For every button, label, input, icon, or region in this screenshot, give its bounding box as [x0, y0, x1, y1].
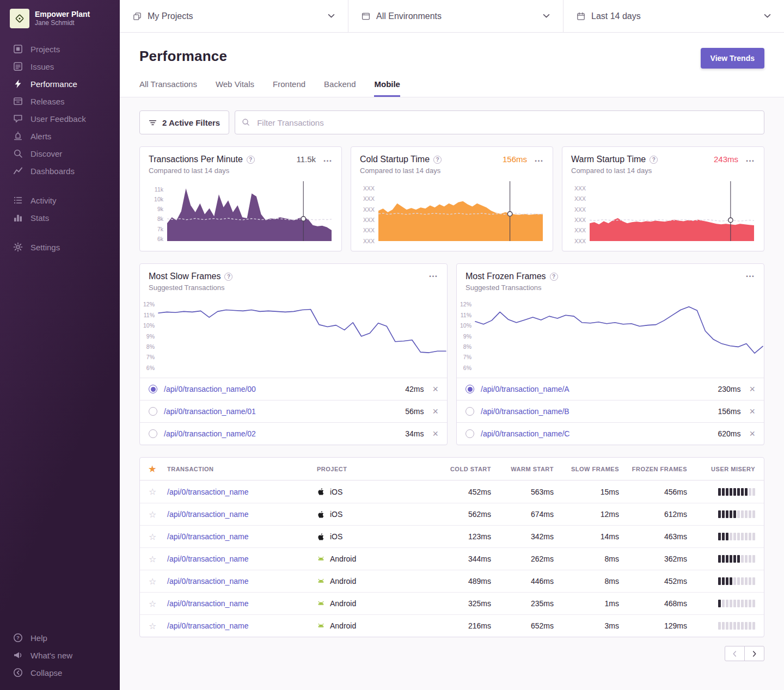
tab-all-transactions[interactable]: All Transactions	[139, 79, 197, 97]
sidebar-item-label: Alerts	[30, 132, 51, 141]
chart-title: Cold Startup Time	[360, 155, 430, 164]
slow-frames-value: 8ms	[554, 555, 619, 563]
view-trends-button[interactable]: View Trends	[701, 48, 764, 69]
svg-text:XXX: XXX	[574, 227, 586, 233]
close-icon[interactable]: ×	[749, 429, 755, 439]
transaction-link[interactable]: /api/0/transaction_name	[167, 621, 248, 630]
cold-start-value: 325ms	[434, 599, 491, 608]
close-icon[interactable]: ×	[749, 384, 755, 394]
transaction-link[interactable]: /api/0/transaction_name/01	[164, 407, 399, 416]
sidebar-item-stats[interactable]: Stats	[0, 209, 120, 226]
transaction-link[interactable]: /api/0/transaction_name/02	[164, 429, 399, 438]
star-icon[interactable]: ☆	[149, 599, 167, 609]
transaction-link[interactable]: /api/0/transaction_name/00	[164, 385, 399, 393]
active-filters-button[interactable]: 2 Active Filters	[139, 110, 229, 134]
transaction-link[interactable]: /api/0/transaction_name/C	[481, 429, 711, 438]
sidebar-item-label: Releases	[30, 97, 65, 106]
sidebar-item-discover[interactable]: Discover	[0, 145, 120, 162]
sidebar-item-activity[interactable]: Activity	[0, 192, 120, 209]
slow-frames-value: 14ms	[554, 532, 619, 541]
chart-card-warm-startup-time: Warm Startup Time ? 243ms … Compared to …	[562, 146, 764, 251]
chart-title: Transactions Per Minute	[149, 155, 243, 164]
more-options-icon[interactable]: …	[745, 272, 755, 277]
android-icon	[317, 555, 325, 563]
discover-icon	[13, 149, 23, 158]
active-filters-label: 2 Active Filters	[162, 118, 220, 127]
previous-page-button[interactable]	[725, 646, 745, 661]
radio-button[interactable]	[465, 429, 474, 438]
sidebar-item-label: Activity	[30, 196, 57, 205]
cold-start-value: 123ms	[434, 532, 491, 541]
tab-web-vitals[interactable]: Web Vitals	[216, 79, 254, 97]
star-icon[interactable]: ☆	[149, 621, 167, 631]
star-icon[interactable]: ☆	[149, 509, 167, 520]
org-switcher[interactable]: Empower Plant Jane Schmidt	[0, 0, 120, 35]
chevron-down-icon	[328, 14, 335, 19]
sidebar-item-user-feedback[interactable]: User Feedback	[0, 110, 120, 127]
chevron-down-icon	[543, 14, 550, 19]
more-options-icon[interactable]: …	[428, 272, 438, 277]
next-page-button[interactable]	[744, 646, 764, 661]
date-range-dropdown[interactable]: Last 14 days	[564, 0, 784, 32]
star-icon[interactable]: ☆	[149, 554, 167, 564]
transaction-link[interactable]: /api/0/transaction_name	[167, 577, 248, 586]
radio-button[interactable]	[149, 429, 157, 438]
help-circle-icon[interactable]: ?	[550, 273, 558, 281]
sidebar-nav-settings: Settings	[0, 238, 120, 256]
help-circle-icon[interactable]: ?	[247, 156, 255, 164]
close-icon[interactable]: ×	[432, 429, 438, 439]
environment-filter-dropdown[interactable]: All Environments	[348, 0, 564, 32]
sidebar-item-collapse[interactable]: Collapse	[0, 664, 120, 681]
radio-button-selected[interactable]	[149, 385, 157, 393]
help-circle-icon[interactable]: ?	[650, 156, 658, 164]
table-row: ☆ /api/0/transaction_name iOS 123ms 342m…	[140, 525, 764, 547]
project-filter-dropdown[interactable]: My Projects	[120, 0, 348, 32]
sidebar-item-performance[interactable]: Performance	[0, 75, 120, 93]
help-circle-icon[interactable]: ?	[224, 273, 232, 281]
org-logo-icon	[10, 9, 29, 28]
apple-icon	[317, 488, 325, 496]
sidebar-item-issues[interactable]: Issues	[0, 58, 120, 75]
tab-mobile[interactable]: Mobile	[374, 79, 400, 97]
more-options-icon[interactable]: …	[745, 156, 755, 162]
sidebar-item-help[interactable]: ? Help	[0, 629, 120, 646]
tab-backend[interactable]: Backend	[324, 79, 356, 97]
star-icon[interactable]: ☆	[149, 532, 167, 542]
sidebar-item-settings[interactable]: Settings	[0, 238, 120, 256]
transaction-link[interactable]: /api/0/transaction_name/A	[481, 385, 711, 393]
help-circle-icon[interactable]: ?	[433, 156, 442, 164]
transaction-link[interactable]: /api/0/transaction_name	[167, 532, 248, 541]
star-icon[interactable]: ☆	[149, 576, 167, 587]
slow-frames-value: 12ms	[554, 510, 619, 519]
sidebar-item-dashboards[interactable]: Dashboards	[0, 162, 120, 180]
search-input[interactable]	[235, 110, 764, 134]
date-range-label: Last 14 days	[591, 11, 758, 21]
app-root: Empower Plant Jane Schmidt Projects Issu…	[0, 0, 784, 690]
more-options-icon[interactable]: …	[534, 156, 544, 162]
column-header-cold-start: Cold Start	[434, 466, 491, 472]
sidebar-item-label: Collapse	[30, 668, 62, 677]
star-icon[interactable]: ★	[149, 464, 167, 474]
table-header-row: ★ Transaction Project Cold Start Warm St…	[140, 458, 764, 480]
sidebar-item-releases[interactable]: Releases	[0, 93, 120, 110]
close-icon[interactable]: ×	[749, 406, 755, 416]
transaction-link[interactable]: /api/0/transaction_name	[167, 599, 248, 608]
tab-frontend[interactable]: Frontend	[273, 79, 305, 97]
close-icon[interactable]: ×	[432, 384, 438, 394]
transaction-link[interactable]: /api/0/transaction_name	[167, 488, 248, 496]
topbar: My Projects All Environments Last 14 day	[120, 0, 784, 33]
radio-button[interactable]	[465, 407, 474, 416]
radio-button-selected[interactable]	[465, 385, 474, 393]
transaction-link[interactable]: /api/0/transaction_name/B	[481, 407, 711, 416]
sidebar-item-alerts[interactable]: Alerts	[0, 127, 120, 145]
close-icon[interactable]: ×	[432, 406, 438, 416]
sidebar-item-projects[interactable]: Projects	[0, 40, 120, 58]
radio-button[interactable]	[149, 407, 157, 416]
sidebar-item-what-s-new[interactable]: What's new	[0, 646, 120, 664]
transaction-link[interactable]: /api/0/transaction_name	[167, 510, 248, 519]
apple-icon	[317, 510, 325, 519]
transaction-link[interactable]: /api/0/transaction_name	[167, 555, 248, 563]
table-row: ☆ /api/0/transaction_name iOS 562ms 674m…	[140, 503, 764, 525]
star-icon[interactable]: ☆	[149, 486, 167, 497]
more-options-icon[interactable]: …	[323, 156, 333, 162]
